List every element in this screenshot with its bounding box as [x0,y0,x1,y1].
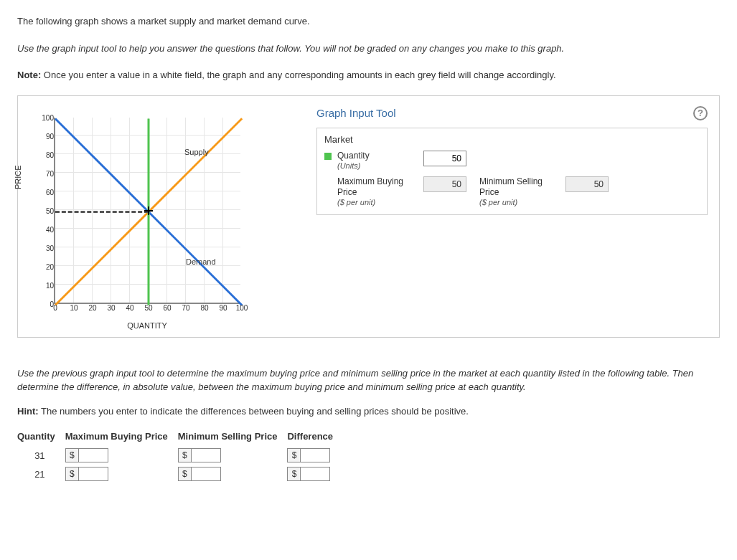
y-axis-label: PRICE [14,165,22,189]
supply-label: Supply [184,148,209,156]
demand-label: Demand [186,257,216,266]
row-q: 21 [17,465,65,483]
table-row: 31 $ $ $ [17,446,343,465]
maxbuy-input-1[interactable] [79,468,108,480]
diff-input-1[interactable] [301,468,329,480]
max-buy-value: 50 [423,176,466,192]
diff-input-cell: $ [287,448,330,462]
intro-line3: Note: Once you enter a value in a white … [17,68,720,82]
minsell-input-1[interactable] [192,468,220,480]
min-sell-group: Minimum Selling Price ($ per unit) 50 [479,176,609,207]
quantity-legend-icon [324,153,332,160]
quantity-input[interactable] [423,151,466,166]
th-diff: Difference [287,428,343,446]
row-q: 31 [17,446,65,465]
tool-title: Graph Input Tool [316,107,396,119]
equilibrium-marker[interactable] [144,207,153,215]
th-minsell: Minimum Selling Price [178,428,288,446]
chart-box: Supply Demand 100 90 80 70 60 50 40 30 2… [54,118,298,330]
th-maxbuy: Maximum Buying Price [65,428,178,446]
y-ticks: 100 90 80 70 60 50 40 30 20 10 0 [34,118,54,304]
quantity-label: Quantity (Units) [337,151,418,171]
currency-icon: $ [179,449,192,462]
currency-icon: $ [179,468,192,480]
table-row: 21 $ $ $ [17,465,343,483]
diff-input-0[interactable] [301,449,329,462]
currency-icon: $ [66,449,79,462]
intro-line1: The following graph shows a market suppl… [17,14,720,29]
tool-pane: Graph Input Tool ? Market Quantity (Unit… [305,96,719,337]
x-ticks: 0 10 20 30 40 50 60 70 80 90 100 [55,304,242,315]
hint-text: The numbers you enter to indicate the di… [39,406,469,417]
maxbuy-input-0[interactable] [79,449,108,462]
question-block: Use the previous graph input tool to det… [17,366,720,484]
quantity-field-group: Quantity (Units) [324,151,466,171]
max-buy-label: Maximum Buying Price ($ per unit) [337,176,418,207]
currency-icon: $ [66,468,79,480]
intro-block: The following graph shows a market suppl… [17,14,720,82]
note-text: Once you enter a value in a white field,… [41,70,555,80]
hint-line: Hint: The numbers you enter to indicate … [17,404,720,419]
minsell-input-cell: $ [178,448,221,462]
min-sell-value: 50 [565,176,609,192]
graph-tool-container: PRICE Supply Demand 100 90 80 [17,95,720,338]
x-axis-label: QUANTITY [54,321,240,330]
tool-header: Graph Input Tool ? [316,106,708,120]
help-icon[interactable]: ? [693,106,708,120]
chart-pane: PRICE Supply Demand 100 90 80 [18,96,305,337]
hint-label: Hint: [17,406,39,417]
note-label: Note: [17,70,41,80]
minsell-input-0[interactable] [192,449,220,462]
maxbuy-input-cell: $ [65,467,108,481]
minsell-input-cell: $ [178,467,221,481]
market-box: Market Quantity (Units) Maximum Buying P… [316,128,708,216]
currency-icon: $ [288,449,301,462]
maxbuy-input-cell: $ [65,448,108,462]
market-section-title: Market [324,134,700,145]
min-sell-label: Minimum Selling Price ($ per unit) [479,176,560,207]
diff-input-cell: $ [287,467,330,481]
answer-table: Quantity Maximum Buying Price Minimum Se… [17,428,343,483]
chart-plot[interactable]: Supply Demand 100 90 80 70 60 50 40 30 2… [54,118,240,304]
max-buy-group: Maximum Buying Price ($ per unit) 50 [324,176,466,207]
price-guide-line [55,211,149,213]
intro-line2: Use the graph input tool to help you ans… [17,42,720,56]
th-quantity: Quantity [17,428,65,446]
question-para: Use the previous graph input tool to det… [17,366,720,394]
currency-icon: $ [288,468,301,480]
